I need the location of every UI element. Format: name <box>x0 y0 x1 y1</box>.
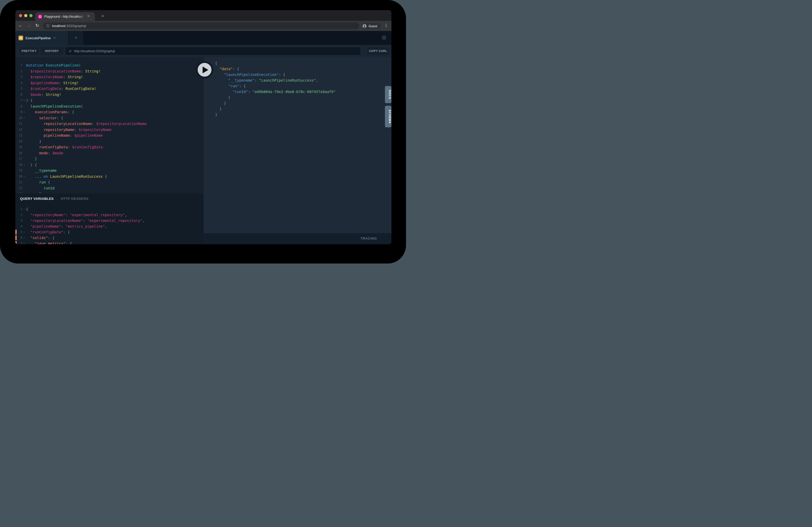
fold-spacer <box>207 112 212 118</box>
fold-arrow-icon[interactable]: ▾ <box>23 235 26 241</box>
minimize-window-button[interactable] <box>24 14 27 17</box>
fold-spacer <box>207 106 212 112</box>
fold-spacer <box>23 86 26 92</box>
fold-spacer <box>207 100 212 106</box>
line-number: 2 <box>15 68 23 74</box>
screenshot-stage: Playground - http://localhost:3 ✕ + ← → … <box>0 0 406 264</box>
code-line: 20▾ ... on LaunchPipelineRunSuccess { <box>15 174 204 180</box>
code-line: "__typename": "LaunchPipelineRunSuccess"… <box>204 77 336 83</box>
zoom-window-button[interactable] <box>29 14 32 17</box>
code-line: 1mutation ExecutePipeline( <box>15 62 204 68</box>
endpoint-input[interactable]: ↺ http://localhost:3333/graphql <box>66 47 360 55</box>
code-line: 6▾ "solids": { <box>15 235 144 241</box>
code-line: 18▾ ) { <box>15 162 204 168</box>
tab-query-variables[interactable]: QUERY VARIABLES <box>20 197 54 201</box>
profile-chip[interactable]: Guest <box>361 22 382 30</box>
line-number: 21 <box>15 179 23 185</box>
code-line: 15 runConfigData: $runConfigData <box>15 144 204 150</box>
close-window-button[interactable] <box>19 14 22 17</box>
code-line: 21 run { <box>15 179 204 185</box>
execute-play-button[interactable] <box>196 61 213 78</box>
fold-arrow-icon[interactable]: ▾ <box>23 162 26 168</box>
prettify-button[interactable]: PRETTIFY <box>19 47 39 55</box>
fold-spacer <box>23 156 26 162</box>
fold-spacer <box>207 77 212 83</box>
mutation-badge: M <box>18 35 23 40</box>
code-line: 7▾ "save_metrics": { <box>15 241 144 244</box>
query-editor[interactable]: 1mutation ExecutePipeline(2 $repositoryL… <box>15 57 204 193</box>
variables-header: QUERY VARIABLES HTTP HEADERS <box>20 197 88 201</box>
fold-spacer <box>23 92 26 98</box>
tab-close-icon[interactable]: ✕ <box>87 14 90 18</box>
code-line: 4 $pipelineName: String! <box>15 80 204 86</box>
code-line: } <box>204 106 336 112</box>
query-tab-executepipeline[interactable]: M ExecutePipeline ✕ <box>15 31 68 45</box>
forward-button[interactable]: → <box>26 23 32 28</box>
back-button[interactable]: ← <box>17 23 24 28</box>
site-info-icon[interactable]: ⓘ <box>46 24 50 28</box>
code-line: 23 } <box>15 191 204 193</box>
playground-main: 1mutation ExecutePipeline(2 $repositoryL… <box>15 57 391 244</box>
fold-arrow-icon[interactable]: ▾ <box>23 206 26 212</box>
graphql-favicon-icon <box>38 15 42 19</box>
browser-menu-icon[interactable]: ⋮ <box>384 23 388 28</box>
code-line: 1▾{ <box>15 206 144 212</box>
line-number: 9 <box>15 109 23 115</box>
playground-toolbar: PRETTIFY HISTORY ↺ http://localhost:3333… <box>15 45 391 57</box>
new-tab-button[interactable]: + <box>99 13 106 20</box>
fold-arrow-icon[interactable]: ▾ <box>23 109 26 115</box>
fold-spacer <box>207 94 212 100</box>
line-number: 3 <box>15 74 23 80</box>
line-number: 1 <box>15 206 23 212</box>
code-line: 11 repositoryLocationName: $repositoryLo… <box>15 121 204 127</box>
browser-titlebar: Playground - http://localhost:3 ✕ + <box>15 10 391 21</box>
query-variables-pane[interactable]: QUERY VARIABLES HTTP HEADERS 1▾{2 "repos… <box>15 193 204 244</box>
code-line: 3 $repositoryName: String! <box>15 74 204 80</box>
docs-sidebar-tab[interactable]: DOCS <box>385 86 391 103</box>
fold-arrow-icon[interactable]: ▾ <box>23 241 26 244</box>
line-number: 5 <box>15 86 23 92</box>
line-number: 11 <box>15 121 23 127</box>
line-number: 18 <box>15 162 23 168</box>
code-line: } <box>204 100 336 106</box>
tab-http-headers[interactable]: HTTP HEADERS <box>61 197 88 201</box>
schema-sidebar-tab[interactable]: SCHEMA <box>385 106 391 127</box>
new-query-tab-button[interactable]: + <box>69 31 83 45</box>
tracing-toggle[interactable]: TRACING <box>361 237 377 240</box>
line-number: 12 <box>15 127 23 133</box>
play-icon <box>203 66 208 73</box>
query-tab-close-icon[interactable]: ✕ <box>53 36 56 40</box>
fold-spacer <box>23 68 26 74</box>
fold-spacer <box>23 218 26 224</box>
line-number: 2 <box>15 212 23 218</box>
copy-curl-button[interactable]: COPY CURL <box>367 47 389 55</box>
tracing-bar: TRACING <box>204 233 391 244</box>
line-number: 16 <box>15 150 23 156</box>
history-button[interactable]: HISTORY <box>40 47 63 55</box>
settings-gear-icon[interactable]: ⚙ <box>381 34 387 41</box>
code-line: 3 "repositoryLocationName": "experimenta… <box>15 218 144 224</box>
fold-spacer <box>207 83 212 89</box>
reload-button[interactable]: ↻ <box>34 23 40 28</box>
tab-title-fade <box>78 12 86 21</box>
code-line: 22 runId <box>15 185 204 191</box>
code-line: 10▾ selector: { <box>15 115 204 121</box>
fold-spacer <box>23 224 26 229</box>
line-number: 19 <box>15 168 23 174</box>
code-line: 5 $runConfigData: RunConfigData! <box>15 86 204 92</box>
code-line: 17 } <box>15 156 204 162</box>
fold-arrow-icon[interactable]: ▾ <box>23 174 26 180</box>
line-number: 14 <box>15 138 23 145</box>
browser-tab[interactable]: Playground - http://localhost:3 ✕ <box>35 12 95 21</box>
line-number: 4 <box>15 80 23 86</box>
fold-spacer <box>23 150 26 156</box>
line-number: 10 <box>15 115 23 121</box>
fold-arrow-icon[interactable]: ▾ <box>23 229 26 235</box>
fold-arrow-icon[interactable]: ▾ <box>23 97 26 103</box>
playground-tabbar: M ExecutePipeline ✕ + ⚙ <box>15 31 391 45</box>
address-bar[interactable]: ⓘ localhost:3333/graphql <box>43 22 359 29</box>
line-number: 15 <box>15 144 23 150</box>
code-line: 4 "pipelineName": "metrics_pipeline", <box>15 224 144 229</box>
line-number: 13 <box>15 133 23 138</box>
fold-arrow-icon[interactable]: ▾ <box>23 115 26 121</box>
